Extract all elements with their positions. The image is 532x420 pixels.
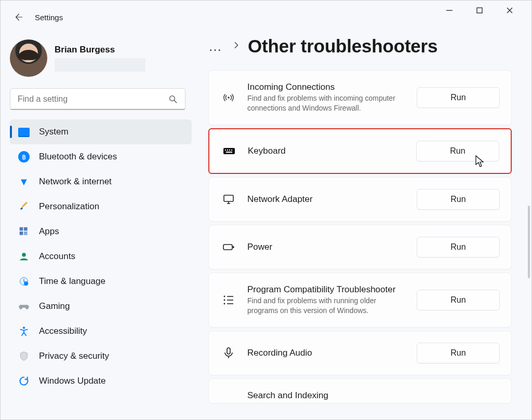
shield-icon bbox=[18, 350, 30, 362]
scrollbar[interactable] bbox=[528, 206, 530, 278]
user-name: Brian Burgess bbox=[55, 45, 145, 55]
maximize-button[interactable] bbox=[469, 3, 490, 18]
svg-point-27 bbox=[224, 299, 225, 301]
run-button[interactable]: Run bbox=[417, 189, 500, 210]
sidebar-item-label: Privacy & security bbox=[39, 351, 109, 361]
troubleshooter-title: Network Adapter bbox=[247, 194, 406, 205]
sidebar-item-accounts[interactable]: Accounts bbox=[10, 244, 192, 269]
sidebar-item-gaming[interactable]: Gaming bbox=[10, 294, 192, 319]
bluetooth-icon: ฿ bbox=[18, 151, 30, 162]
system-icon bbox=[18, 126, 30, 138]
sidebar-item-label: Gaming bbox=[39, 301, 70, 311]
run-button[interactable]: Run bbox=[417, 343, 500, 363]
window-controls bbox=[439, 1, 531, 20]
troubleshooter-title: Program Compatibility Troubleshooter bbox=[247, 284, 406, 295]
troubleshooter-list: Incoming Connections Find and fix proble… bbox=[208, 70, 512, 407]
troubleshooter-network-adapter: Network Adapter Run bbox=[208, 177, 512, 222]
run-button[interactable]: Run bbox=[416, 141, 499, 161]
update-icon bbox=[18, 375, 30, 387]
sidebar-item-label: Accessibility bbox=[39, 326, 87, 336]
svg-rect-17 bbox=[227, 150, 228, 151]
troubleshooter-title: Power bbox=[247, 242, 406, 252]
avatar bbox=[10, 39, 47, 77]
sidebar-item-update[interactable]: Windows Update bbox=[10, 369, 192, 394]
troubleshooter-keyboard: Keyboard Run bbox=[208, 128, 512, 174]
breadcrumb: … Other troubleshooters bbox=[208, 36, 522, 57]
svg-rect-19 bbox=[231, 150, 232, 151]
sidebar-item-bluetooth[interactable]: ฿ Bluetooth & devices bbox=[10, 144, 192, 169]
sidebar-item-network[interactable]: ▼ Network & internet bbox=[10, 169, 192, 194]
svg-rect-20 bbox=[226, 152, 232, 153]
accounts-icon bbox=[18, 251, 30, 262]
troubleshooter-title: Recording Audio bbox=[247, 348, 406, 358]
back-button[interactable] bbox=[11, 10, 25, 24]
svg-point-26 bbox=[224, 295, 225, 297]
troubleshooter-desc: Find and fix problems with running older… bbox=[247, 296, 406, 316]
sidebar-item-label: Accounts bbox=[39, 251, 75, 262]
troubleshooter-title: Incoming Connections bbox=[247, 82, 406, 92]
svg-point-10 bbox=[22, 253, 26, 257]
troubleshooter-power: Power Run bbox=[208, 225, 512, 269]
close-button[interactable] bbox=[499, 3, 520, 18]
sidebar-item-label: System bbox=[39, 127, 69, 137]
search-input[interactable] bbox=[18, 94, 168, 104]
sidebar-item-accessibility[interactable]: Accessibility bbox=[10, 319, 192, 344]
sidebar-item-label: Personalization bbox=[39, 201, 99, 212]
troubleshooter-incoming-connections: Incoming Connections Find and fix proble… bbox=[208, 70, 512, 125]
header: Settings bbox=[11, 10, 63, 24]
run-button[interactable]: Run bbox=[417, 237, 500, 258]
svg-point-28 bbox=[224, 303, 225, 304]
troubleshooter-desc: Find and fix problems with incoming comp… bbox=[247, 93, 406, 113]
svg-rect-15 bbox=[223, 148, 235, 154]
svg-rect-16 bbox=[225, 150, 226, 151]
troubleshooter-title: Search and Indexing bbox=[247, 390, 500, 401]
accessibility-icon bbox=[18, 326, 30, 337]
microphone-icon bbox=[220, 347, 237, 359]
search-box[interactable] bbox=[10, 88, 185, 110]
page-title: Other troubleshooters bbox=[248, 36, 437, 57]
sidebar-item-time[interactable]: Time & language bbox=[10, 269, 192, 294]
svg-rect-24 bbox=[223, 245, 232, 250]
svg-rect-1 bbox=[477, 8, 482, 13]
brush-icon bbox=[18, 201, 30, 212]
list-icon bbox=[220, 294, 237, 306]
sidebar-nav: System ฿ Bluetooth & devices ▼ Network &… bbox=[10, 119, 192, 394]
sidebar-item-label: Windows Update bbox=[39, 376, 106, 386]
svg-line-5 bbox=[174, 100, 177, 103]
troubleshooter-title: Keyboard bbox=[248, 146, 406, 156]
sidebar: Brian Burgess System ฿ Bluetooth & devic… bbox=[10, 39, 192, 394]
sidebar-item-system[interactable]: System bbox=[10, 119, 192, 144]
app-title: Settings bbox=[35, 13, 63, 22]
sidebar-item-apps[interactable]: Apps bbox=[10, 219, 192, 244]
troubleshooter-search-indexing: Search and Indexing bbox=[208, 378, 512, 403]
chevron-right-icon bbox=[232, 41, 241, 51]
battery-icon bbox=[220, 241, 237, 253]
svg-point-13 bbox=[23, 327, 25, 329]
svg-rect-8 bbox=[20, 232, 23, 235]
svg-rect-6 bbox=[20, 227, 23, 231]
monitor-icon bbox=[220, 193, 237, 206]
sidebar-item-label: Network & internet bbox=[39, 177, 112, 187]
run-button[interactable]: Run bbox=[417, 290, 500, 310]
search-icon bbox=[168, 94, 178, 104]
user-block[interactable]: Brian Burgess bbox=[10, 39, 192, 77]
svg-rect-25 bbox=[233, 246, 234, 248]
antenna-icon bbox=[220, 91, 237, 104]
sidebar-item-label: Apps bbox=[39, 226, 59, 237]
minimize-button[interactable] bbox=[439, 3, 460, 18]
svg-point-12 bbox=[24, 281, 28, 286]
sidebar-item-label: Bluetooth & devices bbox=[39, 152, 117, 162]
sidebar-item-privacy[interactable]: Privacy & security bbox=[10, 344, 192, 369]
gaming-icon bbox=[18, 301, 30, 312]
svg-rect-32 bbox=[227, 348, 230, 354]
svg-rect-7 bbox=[24, 227, 28, 231]
sidebar-item-personalization[interactable]: Personalization bbox=[10, 194, 192, 219]
breadcrumb-overflow[interactable]: … bbox=[208, 38, 225, 55]
svg-rect-21 bbox=[224, 195, 233, 201]
svg-point-14 bbox=[228, 97, 229, 98]
clock-icon bbox=[18, 276, 30, 287]
keyboard-icon bbox=[221, 145, 237, 157]
apps-icon bbox=[18, 226, 30, 237]
sidebar-item-label: Time & language bbox=[39, 276, 105, 287]
run-button[interactable]: Run bbox=[417, 87, 500, 108]
